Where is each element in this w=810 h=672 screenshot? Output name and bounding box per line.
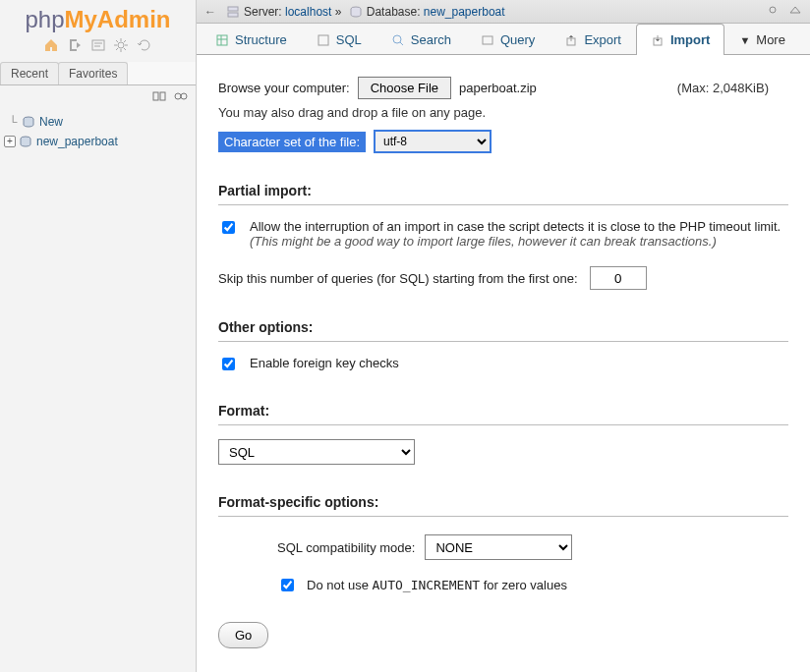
tree-expand-icon[interactable]: + (4, 136, 16, 147)
logout-icon[interactable] (67, 37, 83, 53)
compat-mode-label: SQL compatibility mode: (277, 540, 415, 555)
svg-rect-13 (318, 35, 328, 45)
main-tabs: Structure SQL Search Query Export Import (197, 24, 810, 55)
svg-point-1 (118, 42, 124, 48)
db-link[interactable]: new_paperboat (424, 5, 505, 19)
sidebar-mini-tabs: Recent Favorites (0, 62, 196, 85)
tab-export[interactable]: Export (550, 24, 636, 55)
home-icon[interactable] (43, 37, 59, 53)
charset-select[interactable]: utf-8 (374, 130, 492, 153)
mini-tab-favorites[interactable]: Favorites (58, 62, 128, 84)
db-label: Database: (367, 5, 421, 19)
svg-rect-3 (160, 92, 165, 100)
svg-point-4 (175, 93, 181, 99)
back-icon[interactable]: ← (204, 5, 216, 19)
settings-gear-icon[interactable] (766, 4, 780, 16)
logo: phpMyAdmin (0, 0, 196, 33)
tree-line-icon: └ (4, 115, 22, 129)
main-area: ← Server: localhost » Database: new_pape… (197, 0, 810, 672)
gear-icon[interactable] (113, 37, 129, 53)
db-tree: └ New + new_paperboat (0, 110, 196, 153)
search-icon (391, 33, 405, 47)
format-select[interactable]: SQL (218, 439, 415, 465)
choose-file-button[interactable]: Choose File (358, 77, 451, 99)
tab-more[interactable]: ▼ More (724, 24, 800, 55)
drag-drop-note: You may also drag and drop a file on any… (218, 105, 788, 120)
compat-mode-select[interactable]: NONE (425, 534, 572, 560)
foreign-keys-checkbox[interactable] (222, 358, 235, 370)
toggle-panel-icon[interactable] (788, 4, 802, 16)
browse-label: Browse your computer: (218, 81, 350, 95)
import-form: Browse your computer: Choose File paperb… (197, 55, 810, 672)
svg-rect-8 (228, 7, 238, 11)
mini-tab-recent[interactable]: Recent (0, 62, 59, 84)
svg-rect-12 (217, 35, 227, 45)
link-icon[interactable] (174, 91, 188, 101)
svg-rect-9 (228, 13, 238, 17)
tab-structure[interactable]: Structure (201, 24, 302, 55)
svg-rect-0 (92, 40, 104, 50)
structure-icon (215, 33, 229, 47)
skip-queries-label: Skip this number of queries (for SQL) st… (218, 271, 578, 286)
svg-rect-2 (153, 92, 158, 100)
server-link[interactable]: localhost (285, 5, 331, 19)
tab-query[interactable]: Query (466, 24, 550, 55)
export-icon (564, 33, 578, 47)
svg-point-14 (393, 35, 401, 43)
server-icon (226, 5, 240, 19)
foreign-keys-label: Enable foreign key checks (250, 356, 399, 370)
svg-point-11 (770, 7, 776, 13)
go-button[interactable]: Go (218, 622, 268, 648)
collapse-all-icon[interactable] (152, 91, 166, 101)
chosen-filename: paperboat.zip (459, 81, 537, 95)
sql-tab-icon (317, 33, 330, 47)
sidebar: phpMyAdmin Recent Favorites └ New + (0, 0, 197, 672)
more-caret-icon: ▼ (739, 34, 750, 46)
tree-item-new[interactable]: └ New (4, 112, 192, 132)
tab-sql[interactable]: SQL (302, 24, 376, 55)
tab-import[interactable]: Import (636, 24, 724, 55)
import-icon (651, 33, 665, 47)
server-label: Server: (244, 5, 282, 19)
auto-increment-checkbox[interactable] (281, 579, 294, 591)
format-heading: Format: (218, 403, 788, 425)
tree-item-db[interactable]: + new_paperboat (4, 132, 192, 151)
auto-increment-label: Do not use AUTO_INCREMENT for zero value… (307, 578, 567, 592)
breadcrumb-bar: ← Server: localhost » Database: new_pape… (197, 0, 810, 24)
svg-point-5 (181, 93, 187, 99)
database-icon (19, 135, 32, 148)
svg-rect-15 (483, 36, 492, 44)
query-icon (481, 33, 494, 47)
breadcrumb-sep: » (335, 5, 342, 19)
tree-label-new: New (39, 115, 63, 129)
allow-interrupt-checkbox[interactable] (222, 221, 235, 234)
other-options-heading: Other options: (218, 319, 788, 342)
charset-label: Character set of the file: (218, 132, 366, 152)
skip-queries-input[interactable] (590, 266, 647, 290)
logo-part-myadmin: MyAdmin (65, 6, 171, 32)
new-db-icon (22, 115, 35, 129)
partial-import-heading: Partial import: (218, 183, 788, 205)
sidebar-quick-icons (0, 33, 196, 62)
tree-label-db: new_paperboat (36, 135, 118, 148)
max-size-label: (Max: 2,048KiB) (677, 81, 788, 95)
logo-part-php: php (25, 6, 64, 32)
allow-interrupt-text: Allow the interruption of an import in c… (250, 219, 788, 249)
sql-icon[interactable] (90, 37, 106, 53)
database-crumb-icon (349, 5, 363, 19)
refresh-icon[interactable] (137, 37, 152, 53)
format-specific-heading: Format-specific options: (218, 494, 788, 517)
tab-search[interactable]: Search (376, 24, 466, 55)
